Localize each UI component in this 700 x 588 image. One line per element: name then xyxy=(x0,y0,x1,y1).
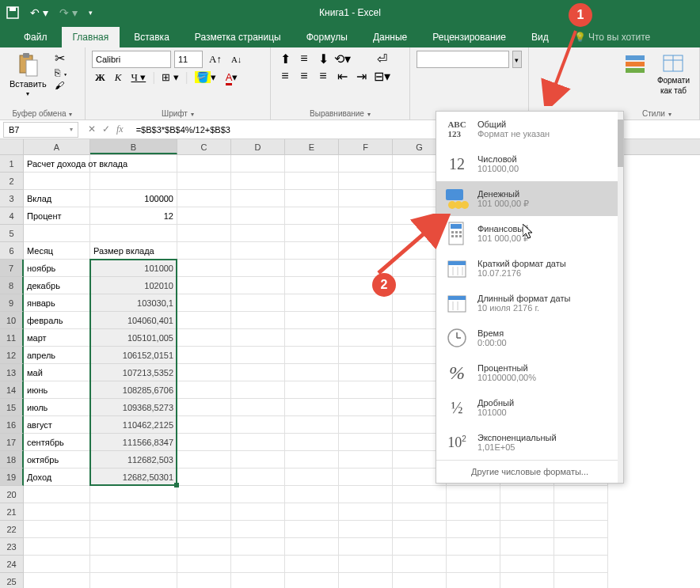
cell[interactable] xyxy=(285,347,339,364)
cell[interactable] xyxy=(339,556,393,573)
redo-icon[interactable]: ↷ ▾ xyxy=(59,6,78,19)
cell[interactable]: 103030,1 xyxy=(90,294,177,312)
column-header-C[interactable]: C xyxy=(177,139,231,154)
orientation-icon[interactable]: ⟲▾ xyxy=(334,51,350,66)
format-as-table-button[interactable]: Формати как таб xyxy=(654,51,693,108)
font-name-select[interactable] xyxy=(92,51,171,68)
row-header[interactable]: 13 xyxy=(0,364,24,381)
cell[interactable] xyxy=(500,573,554,588)
row-header[interactable]: 25 xyxy=(0,573,24,588)
cell[interactable]: 108285,6706 xyxy=(90,381,177,399)
cell[interactable] xyxy=(177,329,231,347)
align-top-icon[interactable]: ⬆ xyxy=(277,51,293,66)
cell[interactable] xyxy=(177,538,231,556)
cell[interactable]: 110462,2125 xyxy=(90,416,177,434)
cell[interactable] xyxy=(177,225,231,242)
cell[interactable]: 101000 xyxy=(90,260,177,277)
select-all-corner[interactable] xyxy=(0,139,24,154)
cell[interactable] xyxy=(231,173,285,190)
fx-icon[interactable]: fx xyxy=(116,123,124,135)
cell[interactable] xyxy=(231,416,285,434)
cell[interactable] xyxy=(285,573,339,588)
cell[interactable] xyxy=(90,225,177,242)
cell[interactable] xyxy=(177,434,231,451)
tab-file[interactable]: Файл xyxy=(13,27,59,47)
cell[interactable] xyxy=(231,469,285,486)
cell[interactable] xyxy=(447,556,500,573)
cell[interactable] xyxy=(339,399,393,416)
cell[interactable] xyxy=(554,521,608,538)
cell[interactable] xyxy=(24,486,90,503)
row-header[interactable]: 22 xyxy=(0,521,24,538)
row-header[interactable]: 17 xyxy=(0,434,24,451)
cell[interactable]: сентябрь xyxy=(24,434,90,451)
cell[interactable] xyxy=(554,503,608,521)
cell[interactable] xyxy=(177,173,231,190)
cell[interactable] xyxy=(231,364,285,381)
row-header[interactable]: 5 xyxy=(0,225,24,242)
cell[interactable] xyxy=(447,521,500,538)
cell[interactable] xyxy=(231,486,285,503)
cell[interactable] xyxy=(393,521,447,538)
cell[interactable] xyxy=(90,155,177,173)
cell[interactable] xyxy=(339,155,393,173)
row-header[interactable]: 24 xyxy=(0,556,24,573)
cell[interactable] xyxy=(231,225,285,242)
cell[interactable] xyxy=(339,486,393,503)
accept-formula-icon[interactable]: ✓ xyxy=(102,123,110,135)
cell[interactable] xyxy=(393,538,447,556)
cell[interactable] xyxy=(339,451,393,469)
cell[interactable] xyxy=(177,573,231,588)
cell[interactable] xyxy=(339,347,393,364)
cell[interactable]: ноябрь xyxy=(24,260,90,277)
column-header-A[interactable]: A xyxy=(24,139,90,154)
cell[interactable] xyxy=(285,416,339,434)
row-header[interactable]: 1 xyxy=(0,155,24,173)
cell[interactable]: октябрь xyxy=(24,451,90,469)
paste-button[interactable]: Вставить ▾ xyxy=(6,51,50,108)
cell[interactable] xyxy=(500,486,554,503)
cell[interactable] xyxy=(24,521,90,538)
cell[interactable] xyxy=(177,155,231,173)
row-header[interactable]: 23 xyxy=(0,538,24,556)
cell[interactable]: Расчет дохода от вклада xyxy=(24,155,90,173)
cell[interactable] xyxy=(24,225,90,242)
format-option-fraction[interactable]: ½Дробный101000 xyxy=(436,390,623,425)
cell[interactable]: Доход xyxy=(24,469,90,486)
cell[interactable] xyxy=(554,538,608,556)
format-option-percent[interactable]: %Процентный10100000,00% xyxy=(436,355,623,390)
cell[interactable] xyxy=(24,503,90,521)
cell[interactable] xyxy=(285,155,339,173)
row-header[interactable]: 21 xyxy=(0,503,24,521)
cell[interactable] xyxy=(285,173,339,190)
align-bottom-icon[interactable]: ⬇ xyxy=(315,51,331,66)
cell[interactable] xyxy=(90,538,177,556)
align-center-icon[interactable]: ≡ xyxy=(296,68,312,84)
cell[interactable] xyxy=(393,556,447,573)
row-header[interactable]: 12 xyxy=(0,347,24,364)
number-format-select[interactable] xyxy=(417,51,509,68)
cell[interactable] xyxy=(285,190,339,207)
format-option-accounting[interactable]: Финансовый101 000,00 ₽ xyxy=(436,216,623,251)
column-header-B[interactable]: B xyxy=(90,139,177,154)
cell[interactable] xyxy=(339,469,393,486)
cell[interactable] xyxy=(285,294,339,312)
row-header[interactable]: 9 xyxy=(0,294,24,312)
borders-icon[interactable]: ⊞ ▾ xyxy=(158,70,181,85)
cell[interactable] xyxy=(231,573,285,588)
cell[interactable]: 100000 xyxy=(90,190,177,207)
row-header[interactable]: 8 xyxy=(0,277,24,294)
align-middle-icon[interactable]: ≡ xyxy=(296,51,312,66)
row-header[interactable]: 20 xyxy=(0,486,24,503)
tab-formulas[interactable]: Формулы xyxy=(295,27,359,47)
cell[interactable] xyxy=(231,242,285,260)
cell[interactable]: Процент xyxy=(24,207,90,225)
cell[interactable] xyxy=(24,538,90,556)
tab-review[interactable]: Рецензирование xyxy=(421,27,517,47)
format-option-time[interactable]: Время0:00:00 xyxy=(436,321,623,355)
cell[interactable] xyxy=(177,294,231,312)
align-right-icon[interactable]: ≡ xyxy=(315,68,331,84)
cell[interactable] xyxy=(500,556,554,573)
cell[interactable]: июнь xyxy=(24,381,90,399)
cell[interactable] xyxy=(177,364,231,381)
